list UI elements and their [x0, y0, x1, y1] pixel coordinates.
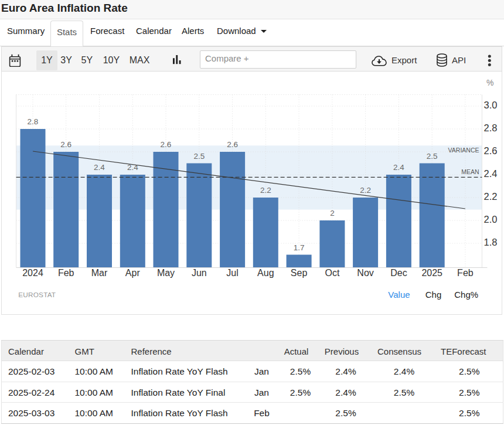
- svg-text:2.4: 2.4: [393, 163, 404, 172]
- svg-text:2.2: 2.2: [484, 191, 498, 202]
- svg-text:Chg%: Chg%: [454, 290, 478, 300]
- svg-text:3.0: 3.0: [484, 100, 498, 110]
- svg-text:2.2: 2.2: [260, 186, 271, 195]
- svg-text:1.7: 1.7: [294, 243, 305, 252]
- svg-text:2.5: 2.5: [427, 152, 438, 161]
- svg-text:Mar: Mar: [91, 268, 108, 278]
- svg-text:Value: Value: [388, 290, 410, 300]
- svg-text:2025: 2025: [421, 268, 442, 278]
- svg-text:2.4: 2.4: [127, 163, 138, 172]
- svg-text:%: %: [486, 78, 493, 87]
- svg-text:2: 2: [330, 209, 335, 217]
- svg-text:2.6: 2.6: [484, 145, 498, 156]
- svg-text:Dec: Dec: [390, 268, 407, 278]
- svg-text:Nov: Nov: [357, 268, 373, 278]
- svg-text:Chg: Chg: [425, 290, 442, 300]
- svg-text:2.8: 2.8: [484, 123, 498, 133]
- svg-text:2.4: 2.4: [484, 168, 498, 179]
- svg-text:2.8: 2.8: [28, 117, 39, 126]
- svg-text:2.6: 2.6: [161, 140, 172, 149]
- svg-text:2.6: 2.6: [227, 140, 238, 149]
- svg-text:Sep: Sep: [291, 268, 308, 278]
- svg-text:2.5: 2.5: [193, 152, 205, 161]
- svg-text:2.2: 2.2: [360, 186, 371, 195]
- svg-text:2024: 2024: [22, 268, 43, 278]
- svg-text:Jun: Jun: [192, 268, 207, 278]
- svg-text:Feb: Feb: [58, 268, 74, 278]
- svg-text:2.4: 2.4: [94, 163, 105, 172]
- svg-text:MEAN: MEAN: [461, 168, 479, 175]
- svg-text:May: May: [157, 268, 175, 278]
- svg-text:2.6: 2.6: [60, 140, 71, 149]
- svg-text:Aug: Aug: [257, 268, 274, 278]
- svg-text:Feb: Feb: [457, 268, 474, 278]
- svg-text:VARIANCE: VARIANCE: [448, 147, 479, 154]
- svg-text:EUROSTAT: EUROSTAT: [18, 291, 56, 299]
- svg-text:Oct: Oct: [325, 268, 339, 278]
- svg-text:Jul: Jul: [226, 268, 238, 278]
- svg-text:Apr: Apr: [125, 268, 141, 278]
- svg-text:2.0: 2.0: [484, 214, 498, 225]
- svg-text:1.8: 1.8: [484, 237, 498, 247]
